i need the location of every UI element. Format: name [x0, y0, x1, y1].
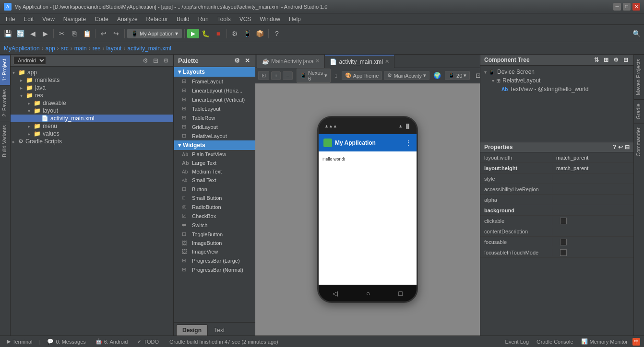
palette-item-tablelayout[interactable]: ⊞TableLayout [174, 104, 255, 113]
palette-item-button[interactable]: ⊡Button [174, 185, 255, 194]
locale-btn[interactable]: 🌍 [431, 71, 443, 80]
tree-item-activity-main-xml[interactable]: 📄 activity_main.xml [11, 115, 173, 122]
palette-item-framelayout[interactable]: ⊞FrameLayout [174, 77, 255, 86]
prop-reset-icon[interactable]: ↩ [618, 144, 623, 150]
ct-device-screen[interactable]: ▾ 📱 Device Screen [482, 68, 632, 76]
tree-item-values[interactable]: ▸ 📁 values [11, 130, 173, 138]
editor-tab-activity-main-xml[interactable]: 📄 activity_main.xml ✕ [325, 55, 394, 68]
ct-filter-icon[interactable]: ⊟ [622, 56, 630, 64]
palette-item-togglebutton[interactable]: ⊡ToggleButton [174, 230, 255, 239]
prop-value-alpha[interactable] [552, 199, 633, 201]
search-everywhere-btn[interactable]: 🔍 [631, 28, 642, 39]
design-add-btn[interactable]: + [271, 71, 281, 80]
status-event-log[interactable]: Event Log [502, 339, 532, 345]
prop-checkbox-clickable[interactable] [560, 218, 567, 224]
phone-recents-btn[interactable]: □ [398, 289, 402, 297]
menu-item-vcs[interactable]: VCS [236, 15, 255, 23]
palette-item-progressbar-large[interactable]: ⊟ProgressBar (Large) [174, 256, 255, 265]
theme-selector-btn[interactable]: 🎨 AppTheme [342, 71, 382, 80]
status-todo[interactable]: ✓ TODO [134, 338, 162, 345]
palette-close-icon[interactable]: ✕ [243, 57, 251, 65]
prop-value-accessibility[interactable] [552, 188, 633, 190]
api-selector-btn[interactable]: 📱 20 ▾ [445, 71, 470, 80]
project-view-dropdown[interactable]: Android [13, 56, 46, 65]
toolbar-cut-btn[interactable]: ✂ [56, 28, 68, 39]
palette-item-small-button[interactable]: ⊡Small Button [174, 194, 255, 202]
tree-item-res[interactable]: ▾ 📁 res [11, 92, 173, 99]
menu-item-navigate[interactable]: Navigate [60, 15, 90, 23]
toolbar-forward-btn[interactable]: ▶ [39, 28, 51, 39]
ct-settings-icon[interactable]: ⚙ [612, 56, 620, 64]
tab-text[interactable]: Text [208, 324, 231, 335]
tree-item-layout[interactable]: ▾ 📁 layout [11, 107, 173, 115]
activity-selector-btn[interactable]: ⚙ MainActivity ▾ [384, 71, 429, 80]
menu-item-analyze[interactable]: Analyze [113, 15, 142, 23]
toolbar-back-btn[interactable]: ◀ [27, 28, 38, 39]
close-button[interactable]: ✕ [632, 3, 640, 11]
palette-item-radiobutton[interactable]: ◎RadioButton [174, 202, 255, 211]
tab-design[interactable]: Design [176, 324, 208, 335]
tree-item-app[interactable]: ▾ 📁 app [11, 69, 173, 76]
ct-relative-layout[interactable]: ▾ ⊞ RelativeLayout [482, 76, 632, 85]
menu-item-edit[interactable]: Edit [20, 15, 37, 23]
tree-item-gradle-scripts[interactable]: ▸ ⚙ Gradle Scripts [11, 138, 173, 145]
palette-item-progressbar-normal[interactable]: ⊟ProgressBar (Normal) [174, 265, 255, 274]
menu-item-tools[interactable]: Tools [214, 15, 235, 23]
phone-back-btn[interactable]: ◁ [333, 289, 338, 297]
debug-btn[interactable]: 🐛 [200, 28, 212, 39]
menu-item-refactor[interactable]: Refactor [143, 15, 172, 23]
run-button[interactable]: ▶ [187, 29, 199, 38]
sidebar-tab-favorites[interactable]: 2: Favorites [0, 85, 10, 120]
prop-value-content-desc[interactable] [552, 231, 633, 232]
tree-item-menu[interactable]: ▸ 📁 menu [11, 122, 173, 130]
palette-item-large-text[interactable]: AbLarge Text [174, 159, 255, 167]
palette-item-linearlayout-v[interactable]: ⊟LinearLayout (Vertical) [174, 95, 255, 104]
palette-item-switch[interactable]: ⇌Switch [174, 220, 255, 230]
minimize-button[interactable]: ─ [613, 3, 621, 11]
sidebar-tab-maven[interactable]: Maven Projects [634, 55, 644, 99]
tree-item-manifests[interactable]: ▸ 📁 manifests [11, 76, 173, 84]
project-filter-icon[interactable]: ⊟ [152, 57, 160, 65]
project-sync-icon[interactable]: ⚙ [141, 57, 150, 65]
toolbar-copy-btn[interactable]: ⎘ [69, 28, 80, 39]
prop-value-clickable[interactable] [552, 217, 633, 225]
ct-expand-icon[interactable]: ⊞ [602, 56, 610, 64]
menu-item-file[interactable]: File [2, 15, 19, 23]
breadcrumb-item-layout[interactable]: layout [106, 45, 121, 52]
ct-sort-icon[interactable]: ⇅ [593, 56, 600, 64]
breadcrumb-item-activity_main-xml[interactable]: activity_main.xml [127, 45, 171, 52]
palette-item-imagebutton[interactable]: 🖼ImageButton [174, 239, 255, 247]
palette-item-checkbox[interactable]: ☑CheckBox [174, 211, 255, 220]
avd-btn[interactable]: 📱 [242, 28, 253, 39]
prop-value-focusable-touch[interactable] [552, 248, 633, 257]
prop-filter-icon[interactable]: ⊟ [625, 144, 630, 150]
prop-help-icon[interactable]: ? [613, 144, 616, 150]
menu-item-view[interactable]: View [38, 15, 59, 23]
prop-value-style[interactable] [552, 178, 633, 180]
breadcrumb-item-app[interactable]: app [46, 45, 55, 52]
palette-item-tablerow[interactable]: ⊟TableRow [174, 113, 255, 122]
design-remove-btn[interactable]: − [283, 71, 292, 80]
device-selector-btn[interactable]: 📱 Nexus 6 ▾ [297, 69, 331, 83]
palette-item-medium-text[interactable]: AbMedium Text [174, 167, 255, 176]
toolbar-sync-btn[interactable]: 🔄 [14, 28, 26, 39]
sidebar-tab-gradle[interactable]: Gradle [634, 99, 644, 123]
palette-item-gridlayout[interactable]: ⊞GridLayout [174, 122, 255, 131]
breadcrumb-item-src[interactable]: src [61, 45, 69, 52]
palette-item-relativelayout[interactable]: ⊡RelativeLayout [174, 131, 255, 140]
palette-item-imageview[interactable]: 🖼ImageView [174, 247, 255, 256]
sdk-btn[interactable]: 📦 [254, 28, 266, 39]
help-btn[interactable]: ? [271, 28, 283, 39]
app-dropdown[interactable]: 📱My Application▾ [127, 29, 182, 38]
status-memory-monitor[interactable]: 📊 Memory Monitor [578, 338, 631, 345]
maximize-button[interactable]: □ [623, 3, 631, 11]
toolbar-redo-btn[interactable]: ↪ [110, 28, 122, 39]
menu-item-window[interactable]: Window [256, 15, 284, 23]
prop-value-focusable[interactable] [552, 238, 633, 246]
editor-tab-mainactivity[interactable]: ☕ MainActivity.java ✕ [257, 55, 325, 68]
phone-home-btn[interactable]: ○ [366, 289, 370, 297]
status-android[interactable]: 🤖 6: Android [93, 338, 131, 345]
breadcrumb-item-MyApplication[interactable]: MyApplication [4, 45, 40, 52]
stop-btn[interactable]: ■ [213, 28, 224, 39]
palette-item-small-text[interactable]: AbSmall Text [174, 176, 255, 185]
